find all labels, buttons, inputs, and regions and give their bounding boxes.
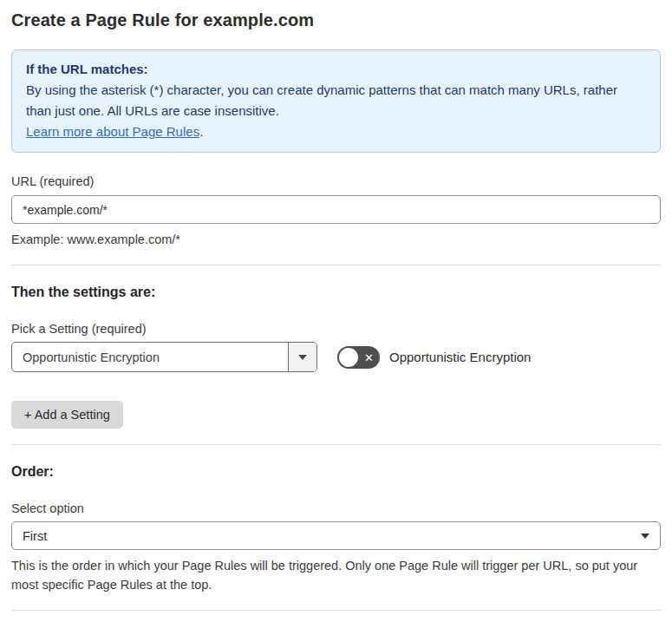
url-match-info-banner: If the URL matches: By using the asteris… [11,49,661,153]
setting-dropdown[interactable]: Opportunistic Encryption [11,342,317,372]
info-banner-link-row: Learn more about Page Rules. [26,121,646,142]
order-section-heading: Order: [11,464,661,480]
learn-more-page-rules-link[interactable]: Learn more about Page Rules [26,124,199,139]
create-page-rule-panel: Create a Page Rule for example.com If th… [0,0,672,622]
url-input[interactable] [11,195,661,224]
setting-dropdown-value: Opportunistic Encryption [12,343,288,371]
order-select-value: First [23,529,47,543]
setting-dropdown-arrow-button[interactable] [288,343,316,371]
section-divider [11,444,661,445]
order-select[interactable]: First [11,521,661,550]
chevron-down-icon [298,355,307,360]
info-banner-heading: If the URL matches: [26,59,646,80]
toggle-knob [339,348,358,367]
order-helper-text: This is the order in which your Page Rul… [11,556,661,594]
order-select-label: Select option [11,501,661,515]
add-setting-button[interactable]: + Add a Setting [11,401,123,429]
chevron-down-icon [641,534,649,539]
url-field-label: URL (required) [11,174,661,188]
url-example-helper: Example: www.example.com/* [11,230,661,249]
section-divider [11,265,661,265]
info-banner-body: By using the asterisk (*) character, you… [26,80,646,121]
opportunistic-encryption-toggle[interactable]: ✕ [337,346,380,369]
setting-row: Opportunistic Encryption ✕ Opportunistic… [11,342,661,372]
toggle-off-x-icon: ✕ [364,351,374,363]
toggle-group: ✕ Opportunistic Encryption [337,346,531,369]
page-title: Create a Page Rule for example.com [11,10,661,30]
settings-section-heading: Then the settings are: [11,285,661,300]
toggle-setting-label: Opportunistic Encryption [389,350,531,364]
link-period-text: . [199,124,203,139]
section-divider [11,610,661,611]
pick-setting-label: Pick a Setting (required) [11,322,661,336]
